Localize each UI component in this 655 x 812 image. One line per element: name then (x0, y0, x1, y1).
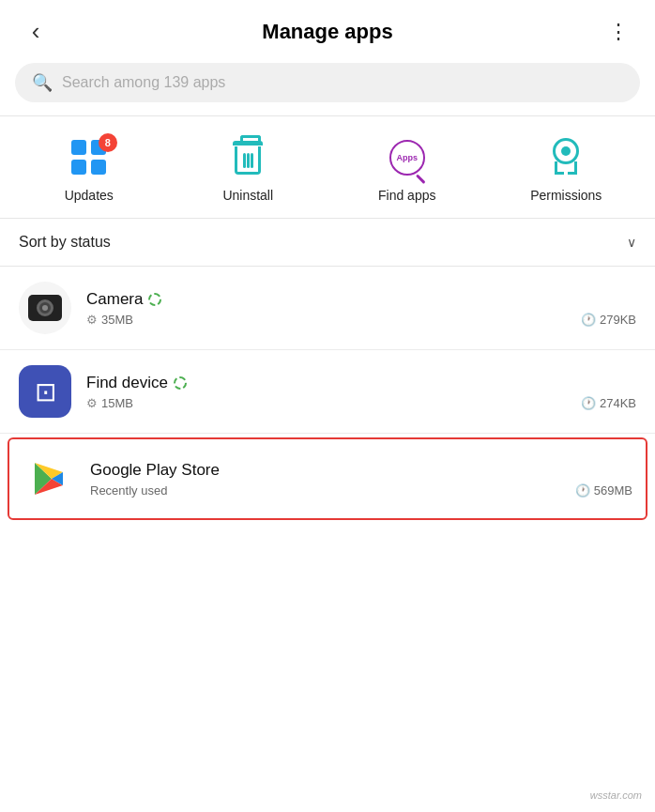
sort-label: Sort by status (19, 234, 111, 251)
app-item-play-store[interactable]: Google Play Store Recently used 🕐 569MB (8, 437, 647, 520)
trash-line-1 (243, 153, 246, 168)
permissions-label: Permissions (530, 188, 602, 203)
find-device-icon: ⊡ (19, 365, 71, 418)
more-options-button[interactable]: ⋮ (602, 20, 636, 44)
back-button[interactable]: ‹ (19, 17, 53, 46)
find-device-size: ⚙ 15MB (86, 396, 133, 410)
play-store-size: 🕐 569MB (575, 483, 632, 498)
perm-ribbon-left (555, 161, 564, 175)
trash-lid (233, 141, 263, 146)
perm-ribbon-right (568, 161, 577, 175)
find-apps-handle (416, 174, 426, 184)
camera-name-row: Camera (86, 290, 636, 309)
find-device-icon-inner: ⊡ (35, 376, 56, 407)
uninstall-action[interactable]: Uninstall (210, 135, 285, 203)
play-store-icon (29, 459, 69, 498)
play-store-info: Google Play Store Recently used 🕐 569MB (90, 461, 632, 498)
clock-icon-fd: 🕐 (581, 396, 596, 410)
uninstall-icon-wrap (221, 135, 274, 180)
app-item-camera[interactable]: Camera ⚙ 35MB 🕐 279KB (0, 267, 655, 350)
clock-icon-ps: 🕐 (575, 483, 590, 498)
camera-meta-row: ⚙ 35MB 🕐 279KB (86, 313, 636, 327)
quick-actions-row: 8 Updates Uninstall Apps (0, 116, 655, 218)
updates-badge: 8 (99, 133, 117, 152)
perm-ribbons (555, 162, 577, 175)
find-apps-action[interactable]: Apps Find apps (370, 135, 445, 203)
trash-line-2 (247, 153, 250, 168)
sort-row[interactable]: Sort by status ∨ (0, 219, 655, 266)
perm-inner-circle (561, 146, 571, 156)
play-store-name: Google Play Store (90, 461, 220, 480)
camera-size: ⚙ 35MB (86, 313, 133, 327)
icon-sq-tl (71, 140, 86, 155)
play-store-name-row: Google Play Store (90, 461, 632, 480)
find-device-cache: 🕐 274KB (581, 396, 636, 410)
camera-info: Camera ⚙ 35MB 🕐 279KB (86, 290, 636, 327)
camera-body (28, 295, 62, 321)
play-store-recently-used: Recently used (90, 483, 167, 498)
find-apps-icon-wrap: Apps (381, 135, 434, 180)
permissions-icon (549, 138, 583, 177)
search-icon: 🔍 (32, 72, 53, 93)
clock-icon-camera: 🕐 (581, 313, 596, 327)
sort-chevron-icon: ∨ (627, 235, 636, 250)
trash-icon (233, 141, 263, 175)
updates-action[interactable]: 8 Updates (52, 135, 127, 203)
search-input[interactable]: Search among 139 apps (62, 74, 225, 91)
find-apps-circle: Apps (389, 140, 425, 176)
icon-sq-br (91, 160, 106, 175)
permissions-action[interactable]: Permissions (528, 135, 603, 203)
updates-icon-wrap: 8 (63, 135, 115, 180)
app-item-find-device[interactable]: ⊡ Find device ⚙ 15MB 🕐 274KB (0, 350, 655, 434)
find-device-name-row: Find device (86, 374, 636, 392)
app-list: Camera ⚙ 35MB 🕐 279KB ⊡ Find device (0, 267, 655, 520)
camera-lens (37, 299, 53, 316)
updates-label: Updates (65, 188, 114, 203)
watermark: wsstar.com (590, 789, 642, 801)
header: ‹ Manage apps ⋮ (0, 0, 655, 59)
perm-circle (553, 138, 579, 164)
trash-body (235, 146, 261, 175)
uninstall-label: Uninstall (222, 188, 273, 203)
camera-icon (19, 282, 71, 334)
search-bar[interactable]: 🔍 Search among 139 apps (15, 63, 640, 102)
find-device-meta-row: ⚙ 15MB 🕐 274KB (86, 396, 636, 410)
find-apps-icon: Apps (387, 137, 428, 178)
find-apps-label: Find apps (378, 188, 435, 203)
camera-name: Camera (86, 290, 143, 309)
permissions-icon-wrap (540, 135, 592, 180)
camera-status-dot (148, 293, 161, 306)
page-title: Manage apps (262, 20, 392, 44)
icon-sq-bl (71, 160, 86, 175)
play-store-meta-row: Recently used 🕐 569MB (90, 483, 632, 498)
trash-line-3 (251, 153, 253, 168)
play-store-icon-bg (23, 452, 75, 505)
cpu-icon: ⚙ (86, 313, 98, 327)
find-device-status-dot (174, 376, 187, 390)
camera-cache: 🕐 279KB (581, 313, 636, 327)
camera-lens-inner (42, 305, 48, 311)
find-device-info: Find device ⚙ 15MB 🕐 274KB (86, 374, 636, 410)
cpu-icon-fd: ⚙ (86, 396, 98, 410)
find-device-name: Find device (86, 374, 168, 392)
